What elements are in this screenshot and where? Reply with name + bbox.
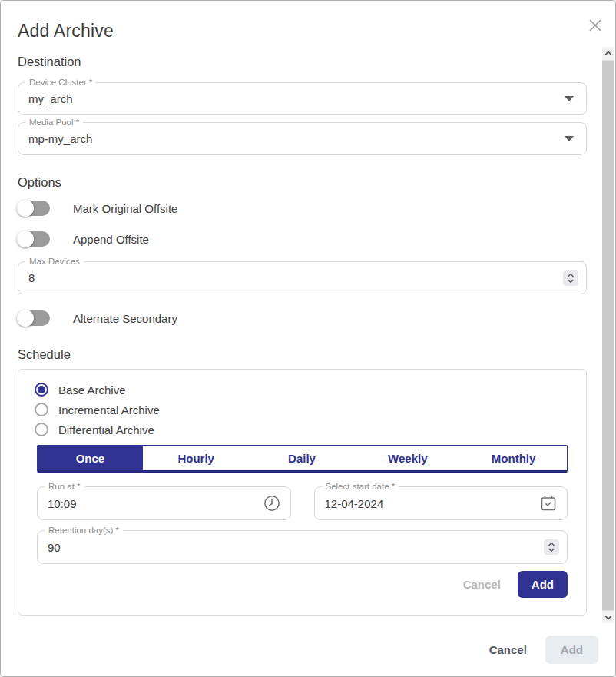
dialog-body: Destination Device Cluster * my_arch Med… (1, 47, 604, 625)
radio-icon[interactable] (35, 423, 48, 436)
retention-days-input[interactable]: Retention day(s) * 90 (37, 530, 568, 564)
schedule-heading: Schedule (18, 347, 587, 362)
run-at-input[interactable]: Run at * 10:09 (37, 486, 291, 520)
start-date-label: Select start date * (322, 481, 399, 492)
radio-icon[interactable] (35, 383, 48, 397)
add-archive-dialog: Add Archive Destination Device Cluster *… (0, 0, 616, 677)
differential-archive-radio-row[interactable]: Differential Archive (35, 423, 568, 436)
dialog-footer: Cancel Add (1, 623, 615, 676)
tab-once[interactable]: Once (38, 446, 144, 470)
retention-days-value: 90 (38, 541, 544, 554)
device-cluster-label: Device Cluster * (25, 77, 96, 88)
schedule-cancel-button[interactable]: Cancel (463, 578, 501, 591)
time-date-row: Run at * 10:09 Select start date * 12-04… (37, 486, 568, 520)
max-devices-input[interactable]: Max Devices 8 (18, 261, 587, 294)
add-button[interactable]: Add (545, 636, 598, 664)
start-date-value: 12-04-2024 (315, 497, 540, 510)
device-cluster-select[interactable]: Device Cluster * my_arch (18, 82, 587, 115)
base-archive-label: Base Archive (58, 383, 126, 397)
clock-icon[interactable] (263, 494, 281, 513)
dialog-header: Add Archive (1, 1, 615, 47)
incremental-archive-label: Incremental Archive (58, 403, 160, 416)
cancel-button[interactable]: Cancel (489, 643, 527, 656)
retention-days-label: Retention day(s) * (45, 525, 123, 536)
differential-archive-label: Differential Archive (58, 423, 154, 436)
append-offsite-toggle[interactable] (18, 231, 50, 247)
chevron-down-icon[interactable] (565, 96, 574, 101)
start-date-input[interactable]: Select start date * 12-04-2024 (314, 486, 568, 520)
run-at-value: 10:09 (38, 497, 263, 510)
close-icon[interactable] (588, 18, 602, 32)
frequency-tabs: Once Hourly Daily Weekly Monthly (37, 445, 568, 473)
append-offsite-row: Append Offsite (18, 231, 587, 247)
alternate-secondary-row: Alternate Secondary (18, 310, 587, 327)
schedule-card: Base Archive Incremental Archive Differe… (18, 369, 587, 616)
schedule-actions: Cancel Add (35, 571, 568, 598)
mark-original-offsite-row: Mark Original Offsite (18, 200, 587, 217)
alternate-secondary-label: Alternate Secondary (73, 312, 177, 325)
number-stepper-icon[interactable] (544, 539, 559, 555)
scrollbar-thumb[interactable] (602, 61, 614, 610)
vertical-scrollbar[interactable] (602, 47, 614, 624)
scroll-up-icon[interactable] (602, 47, 614, 61)
media-pool-label: Media Pool * (25, 117, 83, 128)
dialog-title: Add Archive (18, 21, 114, 41)
append-offsite-label: Append Offsite (73, 233, 149, 246)
max-devices-value: 8 (18, 271, 563, 284)
toggle-knob (17, 231, 34, 247)
calendar-icon[interactable] (539, 494, 558, 513)
scroll-down-icon[interactable] (602, 610, 614, 624)
radio-icon[interactable] (35, 403, 48, 416)
run-at-label: Run at * (45, 481, 84, 492)
retention-row: Retention day(s) * 90 (37, 530, 568, 564)
schedule-add-button[interactable]: Add (518, 571, 568, 598)
device-cluster-value: my_arch (18, 92, 565, 105)
tab-weekly[interactable]: Weekly (355, 446, 461, 470)
max-devices-label: Max Devices (25, 256, 84, 267)
number-stepper-icon[interactable] (563, 270, 578, 286)
media-pool-value: mp-my_arch (18, 132, 565, 145)
base-archive-radio-row[interactable]: Base Archive (35, 383, 568, 397)
chevron-down-icon[interactable] (565, 136, 574, 141)
mark-original-offsite-label: Mark Original Offsite (73, 202, 177, 215)
destination-heading: Destination (18, 55, 587, 69)
media-pool-select[interactable]: Media Pool * mp-my_arch (18, 122, 587, 155)
tab-monthly[interactable]: Monthly (461, 446, 567, 470)
tab-hourly[interactable]: Hourly (144, 446, 250, 470)
alternate-secondary-toggle[interactable] (18, 310, 50, 326)
toggle-knob (17, 200, 34, 217)
options-heading: Options (18, 175, 587, 190)
incremental-archive-radio-row[interactable]: Incremental Archive (35, 403, 568, 416)
mark-original-offsite-toggle[interactable] (18, 201, 50, 216)
toggle-knob (17, 310, 34, 327)
tab-daily[interactable]: Daily (250, 446, 356, 470)
